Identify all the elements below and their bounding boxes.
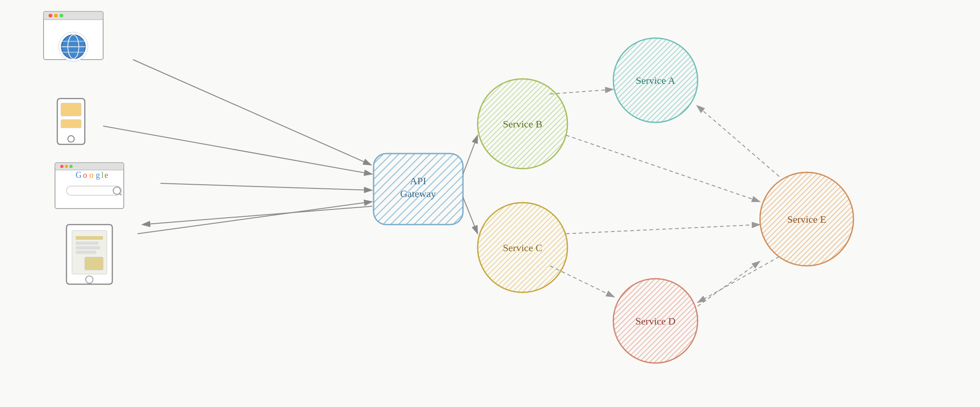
- serviceB-to-serviceA-dashed: [550, 89, 613, 94]
- tablet-icon: [66, 225, 112, 284]
- svg-text:G: G: [76, 170, 82, 180]
- svg-text:o: o: [83, 170, 87, 180]
- svg-text:e: e: [105, 170, 108, 180]
- webapp-icon: G o o g l e: [55, 163, 124, 209]
- serviceE-to-serviceD-dashed: [698, 257, 779, 302]
- svg-point-27: [61, 165, 64, 168]
- mobile-to-gateway-arrow: [103, 126, 372, 174]
- svg-rect-45: [85, 257, 103, 270]
- serviceC-to-serviceE-dashed: [566, 225, 760, 234]
- browser-to-gateway-arrow: [133, 60, 371, 165]
- svg-rect-23: [61, 120, 81, 128]
- svg-text:o: o: [89, 170, 94, 180]
- gateway-to-serviceB-arrow: [463, 135, 478, 174]
- mobile-icon: [57, 99, 85, 144]
- web-browser-icon: [44, 11, 103, 61]
- svg-rect-43: [76, 246, 100, 249]
- service-e-label: Service E: [787, 214, 826, 225]
- svg-rect-42: [76, 242, 99, 245]
- diagram-canvas: G o o g l e: [0, 0, 980, 407]
- serviceE-to-serviceA-dashed: [697, 105, 779, 176]
- gateway-label-line1: API: [410, 175, 426, 187]
- svg-rect-22: [61, 103, 81, 116]
- webapp-to-gateway-arrow: [160, 183, 372, 190]
- svg-rect-44: [76, 251, 96, 254]
- serviceB-to-serviceE-dashed: [566, 135, 760, 202]
- architecture-diagram: G o o g l e: [0, 0, 980, 407]
- gateway-response-arrow: [142, 206, 372, 225]
- service-b-label: Service B: [503, 118, 542, 130]
- service-a-label: Service A: [636, 75, 675, 86]
- tablet-to-gateway-arrow: [138, 202, 372, 234]
- svg-point-13: [54, 14, 58, 17]
- svg-point-29: [70, 165, 73, 168]
- svg-point-14: [60, 14, 63, 17]
- svg-text:g: g: [96, 170, 100, 180]
- svg-rect-11: [44, 11, 103, 20]
- gateway-label-line2: Gateway: [400, 188, 436, 199]
- service-d-label: Service D: [635, 315, 675, 327]
- svg-rect-41: [76, 236, 103, 240]
- gateway-to-serviceC-arrow: [463, 197, 478, 234]
- svg-point-12: [49, 14, 52, 17]
- service-c-label: Service C: [503, 242, 542, 253]
- svg-point-28: [65, 165, 68, 168]
- serviceD-to-serviceE-dashed: [698, 261, 760, 306]
- svg-text:l: l: [101, 170, 104, 180]
